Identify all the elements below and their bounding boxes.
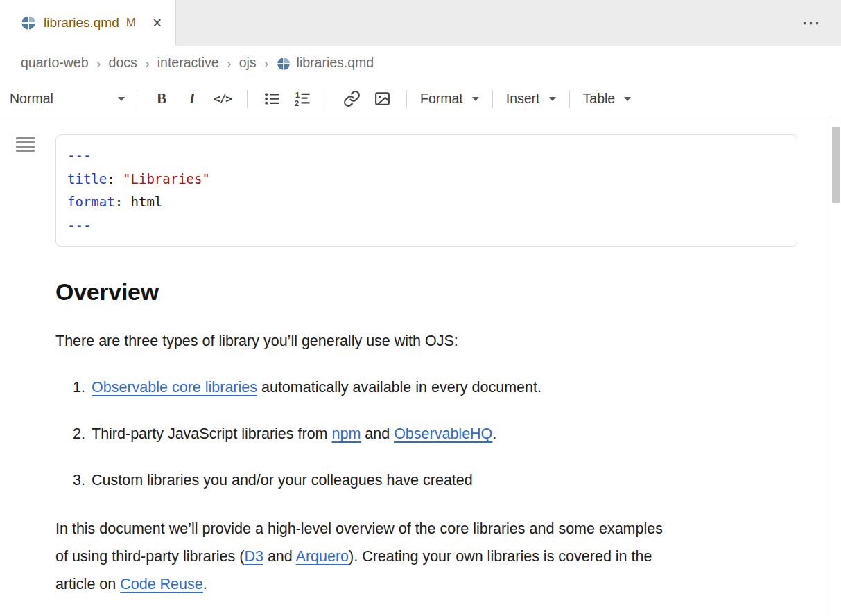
text-segment: --- (67, 148, 91, 163)
link[interactable]: npm (331, 425, 361, 442)
text-segment: automatically available in every documen… (257, 379, 541, 396)
image-icon (374, 90, 391, 107)
list-item-text: Custom libraries you and/or your colleag… (92, 466, 797, 494)
chevron-down-icon (624, 97, 631, 101)
closing-paragraph: In this document we’ll provide a high-le… (55, 515, 669, 598)
scrollbar-thumb[interactable] (832, 127, 840, 203)
breadcrumb-item-docs[interactable]: docs (109, 55, 137, 71)
document-body: --- title: "Libraries" format: html --- … (55, 134, 797, 598)
editor-canvas[interactable]: --- title: "Libraries" format: html --- … (0, 119, 841, 616)
list-number: 1. (73, 373, 92, 401)
image-button[interactable] (367, 85, 397, 114)
breadcrumb: quarto-web › docs › interactive › ojs › … (0, 46, 841, 80)
chevron-down-icon (549, 97, 556, 101)
text-segment: "Libraries" (123, 171, 210, 186)
numbered-list-icon: 1 2 (294, 90, 311, 107)
format-menu[interactable]: Format (416, 91, 483, 107)
list-item-text: Third-party JavaScript libraries from np… (92, 420, 797, 448)
link[interactable]: Observable core libraries (92, 379, 257, 396)
formatting-toolbar: Normal B I </> 1 2 (0, 80, 841, 118)
code-button[interactable]: </> (208, 85, 237, 114)
text-segment: and (263, 548, 296, 565)
chevron-right-icon: › (264, 55, 269, 71)
insert-menu[interactable]: Insert (502, 91, 560, 107)
yaml-line: --- (67, 214, 786, 238)
text-segment: . (203, 576, 207, 592)
paragraph-style-select[interactable]: Normal (10, 91, 128, 107)
toolbar-separator (247, 90, 248, 108)
chevron-down-icon (118, 97, 125, 101)
text-segment: --- (67, 218, 91, 233)
text-segment: Third-party JavaScript libraries from (92, 425, 331, 442)
toolbar-separator (327, 90, 327, 108)
text-segment: html (131, 194, 163, 209)
list-number: 3. (73, 466, 92, 494)
bullet-list-icon (263, 90, 281, 107)
list-item-text: Observable core libraries automatically … (92, 373, 797, 401)
chevron-right-icon: › (96, 55, 101, 71)
svg-text:2: 2 (295, 99, 299, 107)
style-select-value: Normal (10, 91, 53, 107)
link[interactable]: D3 (244, 548, 263, 565)
link[interactable]: Code Reuse (120, 576, 203, 592)
text-segment: : (107, 171, 123, 186)
toolbar-separator (569, 90, 570, 108)
yaml-line: --- (67, 144, 786, 168)
bullet-list-button[interactable] (257, 85, 286, 114)
text-segment: title (67, 171, 107, 186)
table-menu-label: Table (583, 91, 616, 107)
link-icon (343, 90, 361, 107)
breadcrumb-item-interactive[interactable]: interactive (157, 55, 219, 71)
tab-title: libraries.qmd (44, 15, 119, 30)
bold-button[interactable]: B (147, 85, 176, 114)
insert-menu-label: Insert (506, 91, 540, 107)
breadcrumb-item-quarto-web[interactable]: quarto-web (21, 55, 89, 71)
text-segment: and (361, 425, 394, 442)
format-menu-label: Format (420, 91, 463, 107)
toolbar-separator (492, 90, 493, 108)
vertical-scrollbar[interactable] (831, 119, 841, 616)
breadcrumb-file[interactable]: libraries.qmd (297, 55, 374, 71)
text-segment: . (492, 425, 496, 442)
link-button[interactable] (337, 85, 366, 114)
text-segment: : (115, 194, 131, 209)
git-modified-badge: M (126, 16, 136, 30)
yaml-line: title: "Libraries" (67, 168, 786, 191)
yaml-line: format: html (67, 191, 786, 214)
heading-overview: Overview (55, 277, 797, 306)
list-item: 3. Custom libraries you and/or your coll… (55, 466, 797, 494)
text-segment: format (67, 194, 115, 209)
block-drag-handle-icon[interactable] (16, 137, 35, 152)
breadcrumb-item-ojs[interactable]: ojs (239, 55, 257, 71)
close-icon[interactable]: × (153, 15, 162, 31)
chevron-right-icon: › (145, 55, 150, 71)
quarto-file-icon (277, 57, 291, 71)
more-actions-icon[interactable]: ⋯ (801, 14, 822, 33)
list-item: 2. Third-party JavaScript libraries from… (55, 420, 797, 448)
tab-actions: ⋯ (801, 0, 841, 46)
ordered-list: 1. Observable core libraries automatical… (55, 373, 797, 494)
list-number: 2. (73, 420, 92, 448)
tab-libraries-qmd[interactable]: libraries.qmd M × (0, 0, 176, 46)
svg-text:1: 1 (295, 91, 300, 99)
link[interactable]: ObservableHQ (394, 425, 492, 442)
italic-button[interactable]: I (177, 85, 207, 114)
numbered-list-button[interactable]: 1 2 (288, 85, 317, 114)
chevron-down-icon (472, 97, 479, 101)
intro-paragraph: There are three types of library you’ll … (55, 327, 797, 355)
table-menu[interactable]: Table (579, 91, 636, 107)
tab-bar: libraries.qmd M × ⋯ (0, 0, 841, 46)
text-segment: Custom libraries you and/or your colleag… (92, 472, 473, 489)
toolbar-separator (406, 90, 407, 108)
chevron-right-icon: › (227, 55, 232, 71)
link[interactable]: Arquero (296, 548, 349, 565)
list-item: 1. Observable core libraries automatical… (55, 373, 797, 401)
quarto-file-icon (21, 15, 36, 30)
yaml-front-matter-block[interactable]: --- title: "Libraries" format: html --- (55, 134, 797, 247)
toolbar-separator (137, 90, 137, 108)
